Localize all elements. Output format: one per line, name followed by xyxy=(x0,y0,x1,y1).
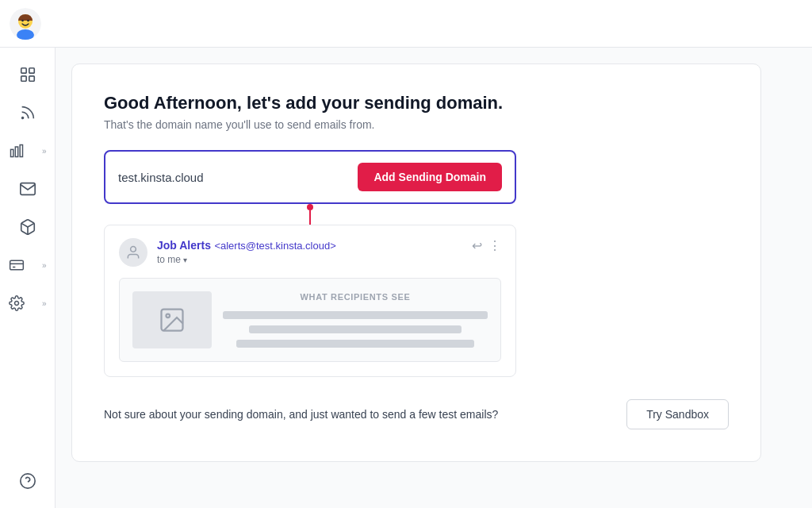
rss-icon xyxy=(19,104,36,121)
template-icon xyxy=(19,218,36,236)
email-to-label: to me xyxy=(157,254,181,265)
email-sender-info: Job Alerts <alerts@test.kinsta.cloud> to… xyxy=(157,238,336,265)
email-to-line: to me ▾ xyxy=(157,254,336,265)
main-card: Good Afternoon, let's add your sending d… xyxy=(71,64,761,462)
email-text-lines: WHAT RECIPIENTS SEE xyxy=(223,292,488,348)
person-icon xyxy=(125,244,141,260)
svg-point-2 xyxy=(21,19,24,21)
svg-rect-5 xyxy=(21,68,25,73)
chevron-right-icon-3: » xyxy=(42,299,47,308)
chevron-right-icon-2: » xyxy=(42,261,47,270)
more-icon[interactable]: ⋮ xyxy=(488,238,501,253)
sidebar-item-help[interactable] xyxy=(10,465,46,497)
svg-rect-10 xyxy=(10,149,13,156)
grid-icon xyxy=(19,66,36,83)
reply-icon[interactable]: ↩ xyxy=(472,238,482,253)
email-actions: ↩ ⋮ xyxy=(472,238,501,253)
sidebar-item-mail[interactable] xyxy=(10,173,46,205)
email-avatar xyxy=(119,238,147,267)
topbar xyxy=(0,0,812,48)
svg-rect-8 xyxy=(29,76,33,81)
content-area: Good Afternoon, let's add your sending d… xyxy=(56,48,812,508)
sidebar-item-settings[interactable]: » xyxy=(6,287,50,319)
bottom-section: Not sure about your sending domain, and … xyxy=(104,399,729,429)
chart-icon xyxy=(9,143,25,159)
text-line-3 xyxy=(236,340,475,348)
svg-rect-12 xyxy=(20,145,22,157)
email-sender-addr: <alerts@test.kinsta.cloud> xyxy=(214,240,335,252)
add-domain-button[interactable]: Add Sending Domain xyxy=(358,163,502,191)
recipients-label: WHAT RECIPIENTS SEE xyxy=(301,292,411,302)
help-icon xyxy=(19,472,36,490)
connector-line xyxy=(307,204,313,225)
svg-rect-14 xyxy=(10,260,23,270)
connector xyxy=(104,204,516,225)
domain-input[interactable] xyxy=(118,171,348,184)
svg-point-18 xyxy=(20,474,34,488)
svg-rect-7 xyxy=(21,76,25,81)
svg-point-20 xyxy=(131,247,136,252)
chevron-down-icon[interactable]: ▾ xyxy=(183,256,187,264)
svg-point-17 xyxy=(14,302,18,306)
sidebar: » » xyxy=(0,48,56,508)
sidebar-item-analytics[interactable]: » xyxy=(6,135,50,167)
svg-rect-11 xyxy=(15,147,17,157)
connector-vertical xyxy=(309,210,311,225)
svg-rect-6 xyxy=(29,68,33,73)
svg-point-22 xyxy=(167,314,170,318)
svg-point-3 xyxy=(27,19,29,21)
sidebar-item-feeds[interactable] xyxy=(10,97,46,129)
email-sender-name: Job Alerts xyxy=(157,239,211,252)
text-line-2 xyxy=(249,325,461,333)
text-line-1 xyxy=(223,311,488,319)
try-sandbox-button[interactable]: Try Sandbox xyxy=(626,399,729,429)
connector-dot xyxy=(307,204,313,210)
email-body-preview: WHAT RECIPIENTS SEE xyxy=(119,278,501,362)
image-icon xyxy=(158,306,186,334)
sidebar-item-dashboard[interactable] xyxy=(10,59,46,90)
email-header: Job Alerts <alerts@test.kinsta.cloud> to… xyxy=(119,238,501,267)
image-placeholder xyxy=(132,291,212,348)
chevron-right-icon: » xyxy=(42,147,47,156)
sandbox-description: Not sure about your sending domain, and … xyxy=(104,406,498,423)
mail-icon xyxy=(19,180,36,198)
svg-point-9 xyxy=(21,117,23,119)
email-from: Job Alerts <alerts@test.kinsta.cloud> to… xyxy=(119,238,336,267)
email-sender-line: Job Alerts <alerts@test.kinsta.cloud> xyxy=(157,238,336,252)
avatar[interactable] xyxy=(10,8,41,40)
email-preview-card: Job Alerts <alerts@test.kinsta.cloud> to… xyxy=(104,225,516,377)
sidebar-item-templates[interactable] xyxy=(10,211,46,243)
greeting-text: Good Afternoon, let's add your sending d… xyxy=(104,93,729,114)
subtitle-text: That's the domain name you'll use to sen… xyxy=(104,118,729,131)
settings-icon xyxy=(9,295,25,311)
billing-icon xyxy=(9,257,25,273)
main-layout: » » xyxy=(0,48,812,508)
sidebar-item-billing[interactable]: » xyxy=(6,249,50,281)
domain-input-box: Add Sending Domain xyxy=(104,150,516,204)
